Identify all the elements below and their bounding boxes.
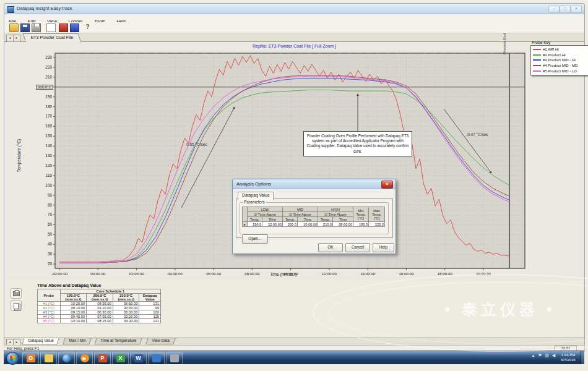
action-center-icon[interactable]: ⚑ (538, 353, 542, 358)
volume-icon[interactable]: ◀ (551, 353, 556, 358)
time-above-high[interactable]: ☑ Time Above (318, 212, 353, 217)
min-temp-value[interactable]: 180.0 (353, 222, 369, 227)
svg-text:30: 30 (48, 252, 53, 256)
cancel-button[interactable]: Cancel (345, 243, 370, 252)
mid-time-subheader: Time (298, 217, 318, 222)
ok-button[interactable]: OK (318, 243, 343, 252)
svg-text:16:00.00: 16:00.00 (399, 271, 414, 276)
taskbar-app-outlook[interactable]: O (22, 352, 39, 365)
download-data-icon[interactable] (46, 23, 56, 32)
taskbar-app-blue-sphere-app[interactable] (58, 352, 75, 365)
taskbar-app-powerpoint[interactable]: P (94, 352, 111, 365)
time-above-low[interactable]: ☑ Time Above (248, 212, 283, 217)
word-icon: W (134, 354, 143, 362)
taskbar-app-excel[interactable]: X (112, 352, 129, 365)
taskbar-app-remote-app[interactable] (148, 352, 165, 365)
table-row[interactable]: #3 (°C) 09:15.0006:30.00 00:00.00100 (38, 310, 161, 315)
tab-max-min[interactable]: Max / Min (63, 338, 92, 344)
show-desktop-button[interactable] (581, 351, 584, 364)
mid-temp-value[interactable]: 200.0 (283, 222, 298, 227)
window-title: Datapaq Insight EasyTrack (17, 6, 72, 11)
low-temp-value[interactable]: 190.0 (248, 222, 262, 227)
annotation-note[interactable]: Powder Coating Oven Profile Performed wi… (303, 131, 412, 156)
high-time-value[interactable]: 08:00.00 (333, 222, 353, 227)
cure-schedule-header: Cure Schedule 1 (60, 289, 160, 294)
open-button[interactable]: Open... (242, 234, 268, 244)
remote-app-icon (152, 354, 161, 362)
time-above-table[interactable]: Probe Cure Schedule 1 190.0°C(mm:ss.t) 2… (37, 289, 161, 323)
high-temp-value[interactable]: 210.0 (318, 222, 333, 227)
table-row[interactable]: #4 (°C) 09:45.0007:35.00 02:20.00115 (38, 315, 161, 319)
high-time-subheader: Time (333, 217, 353, 222)
svg-text:180: 180 (45, 104, 52, 109)
taskbar-app-explorer-folder[interactable] (40, 352, 57, 365)
tab-datapaq-value[interactable]: Datapaq Value (238, 192, 274, 200)
svg-text:160: 160 (45, 124, 52, 128)
svg-text:20: 20 (48, 262, 53, 266)
svg-text:40: 40 (48, 242, 53, 246)
taskbar-app-media-player[interactable]: ▶ (76, 352, 93, 365)
logger-reset-icon[interactable] (70, 23, 79, 32)
results-table-title: Time Above and Datapaq Value (37, 283, 101, 288)
open-file-icon[interactable] (9, 23, 19, 32)
windows-taskbar: O▶PXW ▴ ⚑ ▥ ◀ 1:44 PM 6/7/2016 (4, 351, 584, 364)
svg-text:170: 170 (45, 114, 52, 118)
legend-item: #2 Product HI (533, 53, 587, 58)
taskbar-app-device-app[interactable] (166, 352, 183, 365)
probe-key-legend[interactable]: #1 AIR HI#2 Product HI#3 Product MID - H… (530, 45, 588, 75)
col-group-low: LOW (248, 207, 283, 212)
tab-view-data[interactable]: View Data (145, 338, 175, 344)
parameters-table[interactable]: LOW MID HIGH Min Temp. (°C) Max Temp. (°… (242, 207, 385, 227)
svg-text:220: 220 (45, 65, 52, 69)
col-group-mid: MID (283, 207, 318, 212)
printer-icon (13, 291, 20, 296)
tab-time-at-temperature[interactable]: Time at Temperature (95, 338, 142, 344)
maximize-button[interactable]: ▢ (560, 6, 571, 13)
dialog-close-icon[interactable]: ✕ (381, 181, 393, 189)
print-icon[interactable] (32, 23, 41, 32)
legend-label: #4 Product MID - MD (543, 64, 577, 67)
tab-datapaq-value[interactable]: Datapaq Value (22, 338, 59, 344)
time-above-mid[interactable]: ☑ Time Above (283, 212, 318, 217)
close-button[interactable]: ✕ (571, 6, 582, 13)
start-button[interactable] (6, 352, 19, 365)
dialog-title: Analysis Options (236, 181, 271, 187)
tab-et3-powder-coat-file[interactable]: ET3 Powder Coat File (23, 33, 82, 43)
table-row[interactable]: #2 (°C) 08:10.0001:20.00 00:00.0099 (38, 306, 161, 310)
svg-text:60: 60 (48, 222, 53, 226)
probe-5-label: #5 (°C) (38, 319, 61, 323)
table-row[interactable]: #5 (°C) 10:10.0008:15.00 04:30.00121 (38, 319, 161, 323)
blue-sphere-app-icon (63, 354, 71, 362)
print-table-button[interactable] (11, 288, 22, 299)
save-icon[interactable] (20, 23, 30, 32)
title-bar[interactable]: Datapaq Insight EasyTrack – ▢ ✕ (4, 4, 584, 14)
show-hidden-icons[interactable]: ▴ (531, 353, 535, 358)
logger-setup-icon[interactable] (59, 23, 68, 32)
legend-label: #3 Product MID - HI (543, 58, 576, 62)
svg-text:130: 130 (45, 153, 52, 158)
copy-table-button[interactable] (11, 301, 22, 311)
max-temp-value[interactable]: 225.0 (369, 222, 385, 227)
dialog-title-bar[interactable]: Analysis Options ✕ (233, 179, 396, 189)
row-selector[interactable]: ▸ (243, 222, 248, 227)
svg-text:140: 140 (45, 143, 52, 148)
analysis-options-dialog[interactable]: Analysis Options ✕ Datapaq Value Paramet… (232, 179, 396, 254)
help-button[interactable]: Help (373, 243, 394, 252)
taskbar-clock[interactable]: 1:44 PM 6/7/2016 (557, 352, 579, 362)
legend-label: #5 Product MID - LO (543, 69, 577, 73)
col-190: 190.0°C(mm:ss.t) (60, 294, 87, 302)
app-window: Datapaq Insight EasyTrack – ▢ ✕ File Edi… (4, 3, 585, 350)
col-210: 210.0°C(mm:ss.t) (113, 294, 139, 302)
taskbar-app-word[interactable]: W (130, 352, 147, 365)
max-temp-header: Max Temp. (°C) (369, 207, 385, 222)
minimize-button[interactable]: – (548, 6, 560, 13)
mid-temp-subheader: Temp. (283, 217, 298, 222)
svg-text:150: 150 (45, 134, 52, 138)
status-help-text: For Help, press F1 (7, 346, 39, 351)
help-icon[interactable]: ? (84, 23, 92, 31)
mid-time-value[interactable]: 10:00.00 (298, 222, 318, 227)
tab-scroll-right-icon[interactable]: ► (13, 35, 20, 42)
network-icon[interactable]: ▥ (545, 353, 549, 358)
low-time-value[interactable]: 12:00.00 (262, 222, 283, 227)
table-row[interactable]: #1 (°C) 10:25.0008:35.00 06:50.00131 (38, 302, 161, 306)
